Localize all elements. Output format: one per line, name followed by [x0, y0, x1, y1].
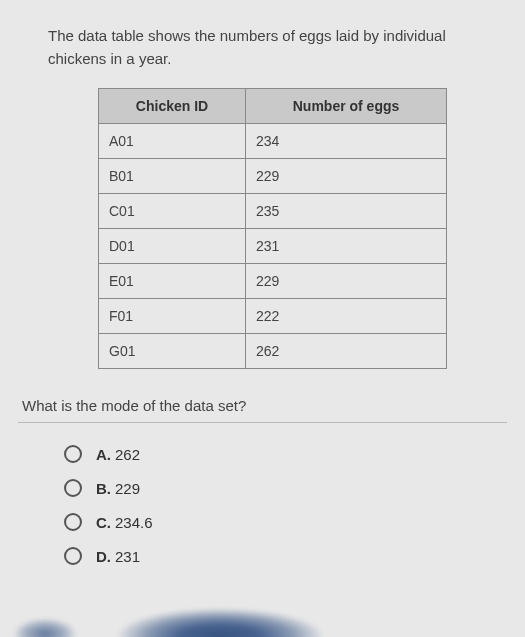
divider [18, 422, 507, 423]
table-row: D01 231 [99, 229, 447, 264]
option-d[interactable]: D. 231 [64, 547, 507, 565]
ink-smudge [90, 587, 350, 637]
cell-eggs: 229 [246, 264, 447, 299]
cell-eggs: 229 [246, 159, 447, 194]
option-a[interactable]: A. 262 [64, 445, 507, 463]
table-row: B01 229 [99, 159, 447, 194]
option-c[interactable]: C. 234.6 [64, 513, 507, 531]
radio-icon [64, 513, 82, 531]
header-number-of-eggs: Number of eggs [246, 89, 447, 124]
cell-chicken-id: B01 [99, 159, 246, 194]
radio-icon [64, 479, 82, 497]
table-row: A01 234 [99, 124, 447, 159]
radio-icon [64, 445, 82, 463]
option-text: 234.6 [115, 514, 153, 531]
table-row: E01 229 [99, 264, 447, 299]
header-chicken-id: Chicken ID [99, 89, 246, 124]
question-text: What is the mode of the data set? [18, 397, 507, 414]
cell-chicken-id: F01 [99, 299, 246, 334]
ink-smudge [5, 602, 85, 637]
option-letter: C. [96, 514, 111, 531]
cell-chicken-id: A01 [99, 124, 246, 159]
answer-options: A. 262 B. 229 C. 234.6 D. 231 [18, 445, 507, 565]
option-b[interactable]: B. 229 [64, 479, 507, 497]
cell-eggs: 234 [246, 124, 447, 159]
question-intro: The data table shows the numbers of eggs… [18, 25, 507, 70]
table-row: C01 235 [99, 194, 447, 229]
option-text: 231 [115, 548, 140, 565]
option-letter: A. [96, 446, 111, 463]
cell-eggs: 231 [246, 229, 447, 264]
radio-icon [64, 547, 82, 565]
cell-chicken-id: C01 [99, 194, 246, 229]
cell-chicken-id: D01 [99, 229, 246, 264]
cell-chicken-id: G01 [99, 334, 246, 369]
option-text: 229 [115, 480, 140, 497]
option-text: 262 [115, 446, 140, 463]
option-letter: B. [96, 480, 111, 497]
cell-chicken-id: E01 [99, 264, 246, 299]
table-header-row: Chicken ID Number of eggs [99, 89, 447, 124]
table-row: F01 222 [99, 299, 447, 334]
cell-eggs: 222 [246, 299, 447, 334]
cell-eggs: 235 [246, 194, 447, 229]
table-row: G01 262 [99, 334, 447, 369]
cell-eggs: 262 [246, 334, 447, 369]
data-table: Chicken ID Number of eggs A01 234 B01 22… [98, 88, 447, 369]
option-letter: D. [96, 548, 111, 565]
data-table-wrapper: Chicken ID Number of eggs A01 234 B01 22… [18, 88, 507, 369]
